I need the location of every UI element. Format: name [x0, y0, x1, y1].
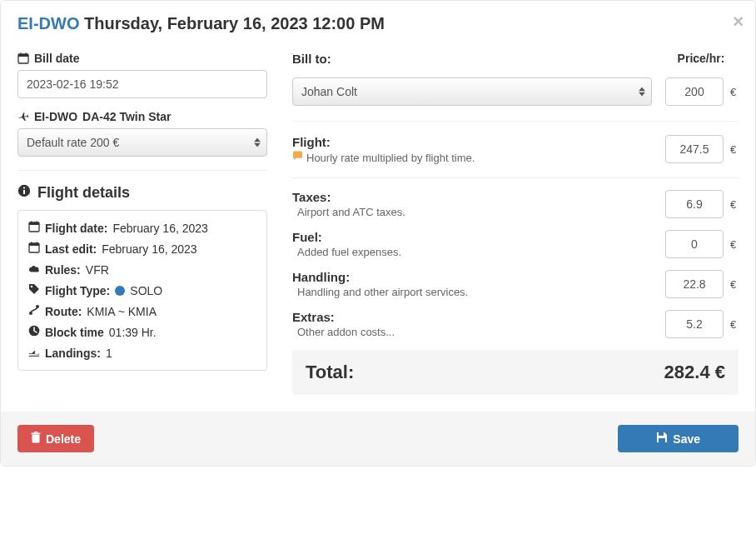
cost-fuel-title: Fuel: [292, 230, 652, 244]
route-value: KMIA ~ KMIA [87, 305, 157, 318]
right-column: Bill to: Price/hr: Johan Colt € [292, 52, 739, 395]
last-edit-value: February 16, 2023 [102, 242, 196, 256]
block-time-value: 01:39 Hr. [109, 326, 157, 339]
total-value: 282.4 € [664, 362, 725, 383]
svg-rect-5 [23, 190, 25, 194]
save-label: Save [673, 432, 700, 446]
cost-handling-sub: Handling and other airport services. [292, 286, 652, 298]
calendar-icon [28, 221, 40, 235]
flight-date-value: February 16, 2023 [112, 222, 207, 235]
svg-rect-12 [29, 243, 39, 246]
calendar-icon [17, 52, 29, 64]
delete-button[interactable]: Delete [17, 425, 94, 452]
aircraft-label-line: EI-DWO DA-42 Twin Star [17, 110, 267, 123]
bill-date-label-line: Bill date [17, 52, 267, 65]
currency-label: € [730, 278, 739, 291]
modal-body: Bill date EI-DWO DA-42 Twin Star Default… [1, 43, 755, 412]
bill-date-input[interactable] [17, 70, 267, 98]
cost-handling-input[interactable] [665, 270, 724, 298]
cost-extras-title: Extras: [292, 310, 652, 324]
svg-rect-2 [20, 53, 22, 56]
clock-icon [28, 325, 40, 339]
svg-rect-21 [32, 433, 41, 435]
landing-icon [28, 346, 40, 360]
cost-row-extras: Extras: Other addon costs... € [292, 310, 739, 343]
flight-type-value: SOLO [130, 284, 162, 297]
title-datetime: Thursday, February 16, 2023 12:00 PM [84, 14, 385, 32]
billto-header-row: Bill to: Price/hr: [292, 52, 739, 66]
total-row: Total: 282.4 € [292, 350, 739, 395]
bill-date-group: Bill date [17, 52, 267, 98]
modal-footer: Delete Save [1, 412, 755, 466]
svg-rect-20 [32, 435, 40, 443]
landings-value: 1 [106, 347, 112, 360]
left-column: Bill date EI-DWO DA-42 Twin Star Default… [17, 52, 267, 395]
cost-row-handling: Handling: Handling and other airport ser… [292, 270, 739, 310]
modal-title: EI-DWO Thursday, February 16, 2023 12:00… [17, 14, 739, 33]
billto-select[interactable]: Johan Colt [292, 77, 652, 106]
billing-modal: × EI-DWO Thursday, February 16, 2023 12:… [0, 0, 756, 467]
save-icon [656, 432, 668, 446]
landings-label: Landings: [45, 347, 101, 360]
cost-taxes-input[interactable] [665, 190, 724, 218]
svg-rect-3 [26, 53, 27, 56]
rules-label: Rules: [45, 263, 81, 277]
plane-icon [17, 111, 29, 122]
svg-rect-8 [29, 222, 39, 225]
flight-details-title: Flight details [37, 184, 130, 202]
row-flight-type: Flight Type: SOLO [28, 283, 256, 297]
currency-label: € [730, 86, 739, 98]
bill-date-label: Bill date [34, 52, 79, 65]
save-button[interactable]: Save [618, 425, 739, 452]
price-hr-input[interactable] [665, 77, 724, 106]
svg-rect-13 [31, 242, 32, 245]
billto-label: Bill to: [292, 52, 331, 66]
flight-type-label: Flight Type: [45, 284, 110, 297]
rate-select[interactable]: Default rate 200 € [17, 128, 267, 157]
route-icon [28, 304, 40, 318]
billto-select-row: Johan Colt € [292, 77, 739, 122]
svg-rect-9 [31, 222, 32, 224]
tag-icon [28, 283, 40, 297]
cost-fuel-input[interactable] [665, 230, 724, 258]
delete-label: Delete [46, 432, 81, 446]
cost-taxes-title: Taxes: [292, 190, 652, 204]
rate-select-wrap: Default rate 200 € [17, 128, 267, 157]
trash-icon [31, 432, 41, 446]
calendar-icon [28, 242, 40, 256]
svg-rect-22 [34, 432, 37, 433]
flight-details-panel: Flight date: February 16, 2023 Last edit… [17, 210, 267, 371]
row-block-time: Block time 01:39 Hr. [28, 325, 256, 339]
row-flight-date: Flight date: February 16, 2023 [28, 221, 256, 235]
aircraft-reg: EI-DWO [34, 110, 77, 123]
currency-label: € [730, 143, 739, 156]
svg-rect-1 [18, 54, 28, 57]
svg-rect-14 [37, 242, 38, 245]
aircraft-model: DA-42 Twin Star [82, 110, 171, 123]
route-label: Route: [45, 305, 82, 318]
svg-point-15 [31, 286, 32, 287]
svg-rect-23 [659, 432, 664, 436]
cloud-icon [28, 262, 40, 277]
svg-rect-10 [37, 222, 38, 224]
currency-label: € [730, 318, 739, 331]
close-button[interactable]: × [733, 12, 744, 31]
cost-handling-title: Handling: [292, 270, 652, 284]
cost-row-fuel: Fuel: Added fuel expenses. € [292, 230, 739, 270]
divider [17, 170, 267, 171]
flight-date-label: Flight date: [45, 222, 107, 235]
cost-flight-input[interactable] [665, 135, 724, 163]
cost-flight-title: Flight: [292, 135, 652, 149]
comment-icon [292, 151, 303, 164]
cost-extras-input[interactable] [665, 310, 724, 338]
svg-point-6 [23, 187, 25, 189]
currency-label: € [730, 198, 739, 211]
billto-select-wrap: Johan Colt [292, 77, 652, 106]
row-route: Route: KMIA ~ KMIA [28, 304, 256, 318]
solo-dot-icon [115, 286, 125, 296]
cost-extras-sub: Other addon costs... [292, 326, 652, 338]
aircraft-rate-group: EI-DWO DA-42 Twin Star Default rate 200 … [17, 110, 267, 157]
row-rules: Rules: VFR [28, 262, 256, 277]
cost-fuel-sub: Added fuel expenses. [292, 246, 652, 258]
row-landings: Landings: 1 [28, 346, 256, 360]
